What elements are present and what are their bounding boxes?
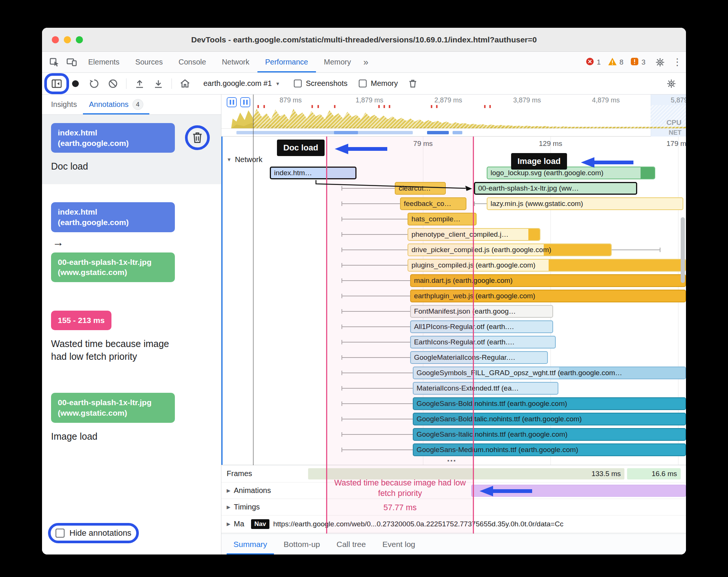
tab-elements[interactable]: Elements — [80, 52, 127, 72]
pause-button[interactable] — [240, 97, 250, 107]
inspect-element-icon[interactable] — [46, 52, 63, 72]
tab-sources[interactable]: Sources — [127, 52, 170, 72]
minimize-window-button[interactable] — [64, 36, 71, 43]
network-request-bar[interactable]: plugins_compiled.js (earth.google.com) — [408, 259, 686, 272]
frames-track[interactable]: Frames 133.5 ms16.6 ms — [221, 465, 686, 482]
network-request-bar[interactable]: GoogleMaterialIcons-Regular.… — [410, 351, 548, 364]
network-request-bar[interactable]: index.htm… — [270, 167, 356, 179]
image-load-annotation-chip[interactable]: Image load — [511, 153, 567, 170]
network-request-bar[interactable]: earthplugin_web.js (earth.google.com) — [410, 290, 686, 302]
request-whisker — [341, 219, 408, 219]
collapse-triangle-icon[interactable]: ▼ — [227, 157, 232, 162]
request-label: GoogleSymbols_FILL_GRAD_opsz_wght.ttf (e… — [417, 369, 622, 377]
clear-button[interactable] — [104, 75, 122, 92]
reload-and-record-button[interactable] — [86, 75, 103, 92]
warnings-icon[interactable] — [608, 57, 617, 67]
save-profile-button[interactable] — [150, 75, 167, 92]
memory-checkbox[interactable]: Memory — [359, 79, 398, 88]
nav-timing-marker[interactable]: Nav — [251, 519, 269, 529]
network-request-bar[interactable]: All1PIcons-Regular.otf (earth.… — [410, 320, 553, 333]
network-track-label: Network — [235, 155, 262, 164]
network-request-bar[interactable]: EarthIcons-Regular.otf (earth.… — [410, 336, 556, 349]
network-request-bar[interactable]: FontManifest.json (earth.goog… — [410, 305, 553, 318]
network-request-bar[interactable]: drive_picker_compiled.js (earth.google.c… — [408, 243, 612, 256]
pause-button[interactable] — [227, 97, 237, 107]
request-label: GoogleSans-Bold.nohints.ttf (earth.googl… — [417, 400, 567, 408]
live-metrics-home-button[interactable] — [176, 75, 194, 92]
cpu-overview-chart[interactable]: CPU — [221, 105, 686, 128]
annotation-entry-image-load[interactable]: 00-earth-splash-1x-ltr.jpg (www.gstatic.… — [42, 385, 221, 446]
annotation-label[interactable]: Doc load — [51, 160, 179, 173]
network-request-bar[interactable]: GoogleSans-BoldItalic.nohints.ttf (earth… — [413, 413, 686, 425]
annotation-chip-time-range[interactable]: 155 - 213 ms — [51, 311, 111, 330]
request-whisker — [341, 449, 413, 450]
tab-console[interactable]: Console — [171, 52, 214, 72]
vertical-scrollbar-thumb[interactable] — [681, 217, 685, 283]
request-whisker — [341, 265, 408, 266]
tab-summary[interactable]: Summary — [227, 534, 274, 554]
device-toolbar-icon[interactable] — [63, 52, 80, 72]
close-window-button[interactable] — [52, 36, 59, 43]
animations-track[interactable]: ▶ Animations — [221, 482, 686, 499]
screenshots-checkbox[interactable]: Screenshots — [294, 79, 347, 88]
network-track-header[interactable]: ▼ Network — [227, 155, 262, 164]
network-request-bar[interactable]: GoogleSymbols_FILL_GRAD_opsz_wght.ttf (e… — [413, 367, 686, 379]
toggle-sidebar-button[interactable] — [48, 75, 65, 92]
annotation-entry-timerange[interactable]: 155 - 213 ms Wasted time because image h… — [42, 302, 221, 366]
annotation-entry-link[interactable]: index.html (earth.google.com) → 00-earth… — [42, 194, 221, 285]
network-request-bar[interactable]: MaterialIcons-Extended.ttf (ea… — [413, 382, 558, 395]
record-button[interactable] — [67, 75, 84, 92]
history-select[interactable]: earth.google.com #1 ▾ — [198, 79, 284, 88]
annotation-chip-index-html[interactable]: index.html (earth.google.com) — [51, 202, 175, 232]
more-tabs-button[interactable]: » — [359, 52, 373, 72]
customize-menu-icon[interactable]: ⋮ — [669, 52, 686, 72]
annotation-label[interactable]: Image load — [51, 430, 179, 443]
network-request-bar[interactable]: lazy.min.js (www.gstatic.com) — [487, 197, 683, 210]
annotation-chip-index-html[interactable]: index.html (earth.google.com) — [51, 123, 175, 153]
tab-network[interactable]: Network — [214, 52, 257, 72]
hide-annotations-checkbox[interactable]: Hide annotations — [56, 528, 131, 538]
zoom-window-button[interactable] — [76, 36, 83, 43]
expand-triangle-icon[interactable]: ▶ — [227, 521, 230, 527]
load-profile-button[interactable] — [131, 75, 148, 92]
settings-gear-icon[interactable] — [651, 52, 669, 72]
tab-call-tree[interactable]: Call tree — [330, 534, 373, 554]
annotation-chip-splash-image[interactable]: 00-earth-splash-1x-ltr.jpg (www.gstatic.… — [51, 393, 175, 422]
network-request-bar[interactable]: feedback_co… — [400, 197, 466, 210]
annotation-label[interactable]: Wasted time because image had low fetch … — [51, 338, 179, 363]
timings-track[interactable]: ▶ Timings — [221, 499, 686, 515]
expand-triangle-icon[interactable]: ▶ — [227, 504, 230, 510]
network-request-bar[interactable]: GoogleSans-Italic.nohints.ttf (earth.goo… — [413, 428, 686, 441]
annotation-chip-splash-image[interactable]: 00-earth-splash-1x-ltr.jpg (www.gstatic.… — [51, 252, 175, 282]
issues-icon[interactable] — [630, 57, 639, 67]
tab-memory[interactable]: Memory — [316, 52, 359, 72]
request-download-segment — [544, 244, 611, 255]
tab-event-log[interactable]: Event log — [376, 534, 422, 554]
show-more-indicator[interactable]: … — [447, 452, 457, 464]
annotation-entry-doc-load[interactable]: index.html (earth.google.com) Doc load — [42, 115, 221, 184]
tab-insights[interactable]: Insights — [45, 95, 83, 114]
frames-duration-bar[interactable]: 16.6 ms — [627, 468, 681, 479]
performance-toolbar: earth.google.com #1 ▾ Screenshots Memory — [42, 73, 686, 95]
delete-annotation-button[interactable] — [192, 132, 203, 144]
network-request-bar[interactable]: 00-earth-splash-1x-ltr.jpg (ww… — [474, 182, 637, 195]
capture-settings-gear-icon[interactable] — [663, 75, 680, 92]
doc-load-annotation-chip[interactable]: Doc load — [277, 140, 325, 156]
frames-duration-bar[interactable]: 133.5 ms — [308, 468, 624, 479]
long-task-marker — [311, 105, 313, 108]
network-waterfall[interactable]: ▼ Network … 79 ms129 ms179 msindex.htm…l… — [221, 137, 686, 465]
network-request-bar[interactable]: hats_compile… — [408, 213, 477, 225]
tab-bottom-up[interactable]: Bottom-up — [277, 534, 327, 554]
main-thread-track[interactable]: ▶ Ma Nav https://earth.google.com/web/0.… — [221, 515, 686, 533]
network-request-bar[interactable]: GoogleSans-Bold.nohints.ttf (earth.googl… — [413, 397, 686, 410]
tab-performance[interactable]: Performance — [257, 52, 316, 72]
tab-annotations[interactable]: Annotations 4 — [83, 95, 149, 114]
expand-triangle-icon[interactable]: ▶ — [227, 488, 230, 493]
network-request-bar[interactable]: phenotype_client_compiled.j… — [408, 228, 540, 241]
collect-garbage-button[interactable] — [404, 75, 421, 92]
annotations-tab-label: Annotations — [89, 100, 129, 109]
timeline-overview[interactable]: 879 ms1,879 ms2,879 ms3,879 ms4,879 ms5,… — [221, 95, 686, 137]
network-request-bar[interactable]: clearcut… — [395, 182, 446, 195]
errors-icon[interactable] — [586, 57, 594, 67]
network-request-bar[interactable]: main.dart.js (earth.google.com) — [410, 274, 686, 287]
